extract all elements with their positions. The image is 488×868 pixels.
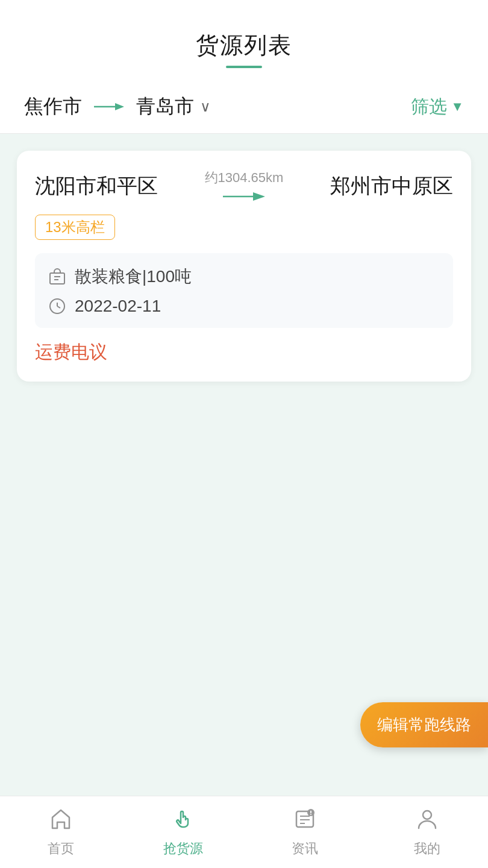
cargo-card[interactable]: 沈阳市和平区 约1304.65km 郑州市中原区 13米高栏	[17, 151, 471, 382]
route-row: 沈阳市和平区 约1304.65km 郑州市中原区	[35, 169, 453, 204]
filter-button[interactable]: 筛选 ▼	[411, 95, 464, 119]
bottom-nav: 首页 抢货源 资讯	[0, 796, 488, 868]
header: 货源列表	[0, 0, 488, 80]
nav-label-home: 首页	[48, 840, 74, 858]
nav-item-grab[interactable]: 抢货源	[122, 807, 245, 858]
route-arrow-icon	[223, 189, 265, 204]
route-distance: 约1304.65km	[205, 169, 284, 187]
title-underline	[226, 66, 262, 68]
goods-row: 散装粮食|100吨	[48, 265, 440, 288]
svg-point-16	[310, 814, 311, 815]
origin-city: 沈阳市和平区	[35, 172, 158, 200]
main-content: 沈阳市和平区 约1304.65km 郑州市中原区 13米高栏	[0, 134, 488, 796]
nav-item-home[interactable]: 首页	[0, 807, 122, 858]
route-middle: 约1304.65km	[205, 169, 284, 204]
nav-label-grab: 抢货源	[163, 840, 203, 858]
svg-rect-4	[50, 273, 64, 284]
filter-city-to[interactable]: 青岛市	[136, 93, 194, 120]
goods-icon	[48, 268, 66, 285]
info-box: 散装粮食|100吨 2022-02-11	[35, 253, 453, 328]
page-title: 货源列表	[0, 30, 488, 61]
nav-label-news: 资讯	[292, 840, 318, 858]
filter-city-from[interactable]: 焦作市	[24, 93, 82, 120]
fab-edit-route[interactable]: 编辑常跑线路	[360, 702, 488, 747]
news-icon	[293, 807, 317, 836]
svg-line-9	[57, 306, 60, 308]
destination-city: 郑州市中原区	[330, 172, 453, 200]
filter-chevron-icon: ▼	[451, 99, 464, 115]
fab-label: 编辑常跑线路	[377, 715, 471, 734]
nav-label-profile: 我的	[414, 840, 440, 858]
svg-marker-1	[115, 103, 124, 110]
tags-row: 13米高栏	[35, 215, 453, 240]
price-text: 运费电议	[35, 340, 453, 365]
nav-item-news[interactable]: 资讯	[244, 807, 366, 858]
date-text: 2022-02-11	[75, 297, 161, 316]
svg-marker-3	[253, 192, 265, 201]
filter-label: 筛选	[411, 95, 447, 119]
filter-city-chevron[interactable]: ∨	[200, 98, 211, 115]
svg-point-17	[423, 811, 431, 819]
home-icon	[49, 807, 73, 836]
profile-icon	[415, 807, 439, 836]
grab-icon	[171, 807, 195, 836]
nav-item-profile[interactable]: 我的	[366, 807, 489, 858]
date-row: 2022-02-11	[48, 297, 440, 316]
filter-direction-arrow	[94, 99, 124, 114]
vehicle-tag: 13米高栏	[35, 215, 115, 240]
date-icon	[48, 298, 66, 315]
goods-text: 散装粮食|100吨	[75, 265, 192, 288]
filter-bar: 焦作市 青岛市 ∨ 筛选 ▼	[0, 80, 488, 134]
